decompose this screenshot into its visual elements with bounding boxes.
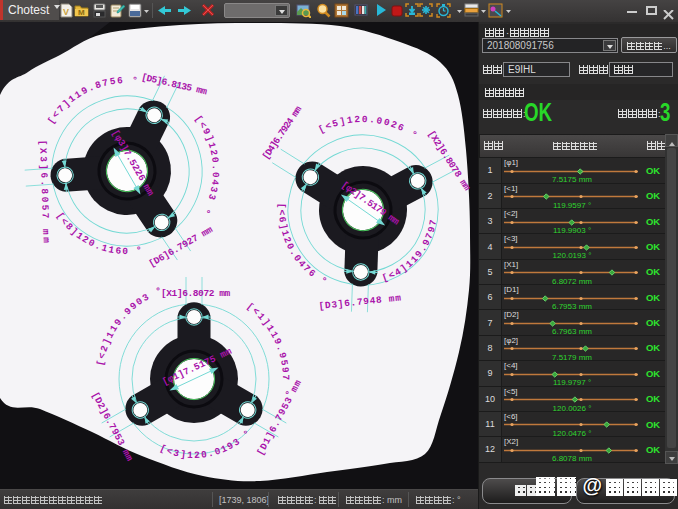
svg-text:M: M	[78, 8, 85, 17]
svg-text:V: V	[63, 7, 69, 17]
svg-text:[X1]6.8072 mm: [X1]6.8072 mm	[161, 288, 231, 299]
